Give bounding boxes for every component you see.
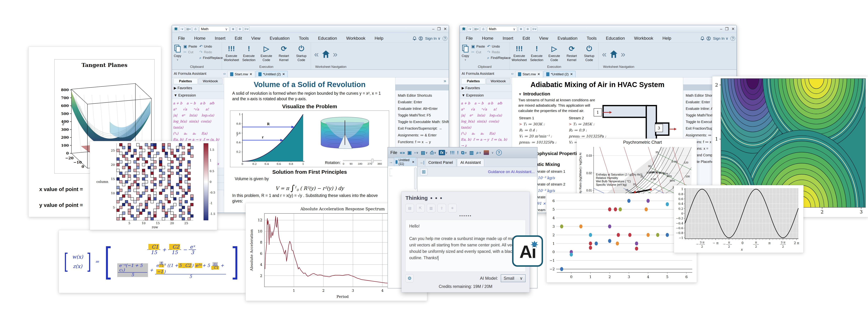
palette-section-favorites[interactable]: ▶ Favorites	[172, 84, 224, 92]
menu-item[interactable]: Education	[313, 34, 342, 42]
minimize-button[interactable]: –	[720, 27, 722, 31]
sign-in-button[interactable]: Sign In ∨	[713, 36, 728, 40]
new-icon[interactable]: ▫∨	[414, 150, 418, 156]
home-icon[interactable]	[321, 50, 331, 59]
forward-icon[interactable]: »	[621, 49, 625, 59]
new-document-icon[interactable]: ▫∨	[179, 27, 185, 31]
print-icon[interactable]: ⎙	[193, 27, 198, 31]
document-mode-select[interactable]: Math∨	[487, 26, 517, 32]
close-button[interactable]: ✕	[444, 27, 447, 31]
print-icon[interactable]: ⎙	[480, 27, 486, 31]
execution-button[interactable]: ⟳ RestartKernel	[276, 44, 291, 62]
menu-item[interactable]: File	[461, 34, 477, 42]
menu-item[interactable]: View	[534, 34, 553, 42]
new-document-icon[interactable]: ▫∨	[467, 27, 473, 31]
redo-button[interactable]: ↷Redo	[199, 50, 223, 54]
tab-startmw[interactable]: Start.mw✕	[227, 71, 255, 77]
execution-button[interactable]: !!! ExecuteWorksheet	[224, 44, 239, 62]
menu-item[interactable]: Home	[190, 34, 210, 42]
menu-item[interactable]: Insert	[498, 34, 518, 42]
help-icon[interactable]: ?	[496, 150, 502, 156]
tab-untitled-11[interactable]: Untitled (11)✕	[394, 157, 416, 167]
avatar-icon[interactable]	[484, 150, 489, 155]
insert-text-icon[interactable]: ▤	[405, 204, 414, 212]
forward-icon[interactable]: »	[333, 49, 338, 59]
menu-item[interactable]: Education	[601, 34, 629, 42]
rotation-slider[interactable]: 090180270360	[343, 160, 382, 165]
find-replace-button[interactable]: ⌕Find/Replace	[199, 56, 223, 60]
copy-icon[interactable]: ⧉∨	[461, 150, 467, 156]
file-menu[interactable]: File	[391, 150, 397, 155]
zoom-in-icon[interactable]: ⊕	[230, 27, 236, 31]
tab-close-icon[interactable]: ✕	[249, 72, 252, 76]
debug-icon[interactable]: ✳	[448, 204, 457, 212]
tab-ai-assistant[interactable]: AI Assistant	[457, 159, 484, 166]
zoom-reset-icon[interactable]: ⊙∨	[244, 27, 249, 31]
back-icon[interactable]: «	[602, 49, 607, 59]
open-icon[interactable]: ▤∨	[421, 150, 428, 156]
scrollbar[interactable]	[414, 167, 417, 189]
account-icon[interactable]	[418, 36, 423, 40]
menu-item[interactable]: Evaluation	[553, 34, 582, 42]
tab-untitled-2[interactable]: *Untitled (2)✕	[256, 71, 288, 77]
redo-button[interactable]: ↷Redo	[487, 50, 510, 54]
save-icon[interactable]: ⎙∨	[430, 150, 436, 156]
menu-item[interactable]: Tools	[582, 34, 601, 42]
palette-section-expression[interactable]: ▼ Expression	[172, 92, 224, 99]
execution-button[interactable]: ⏻ StartupCode	[294, 44, 309, 62]
account-icon[interactable]	[707, 36, 711, 40]
paste-icon[interactable]: ▥	[469, 150, 474, 156]
undo-button[interactable]: ↶Undo	[487, 44, 510, 49]
menu-item[interactable]: Insert	[210, 34, 230, 42]
tab-close-icon[interactable]: ✕	[570, 72, 573, 76]
execute-icon[interactable]: !	[457, 150, 459, 156]
zoom-reset-icon[interactable]: ⊙∨	[532, 27, 537, 31]
pin-icon[interactable]: ▣	[407, 150, 412, 156]
execution-button[interactable]: ▷ ExecuteCode	[547, 44, 562, 62]
copy-button[interactable]: Copy∨	[462, 44, 469, 61]
notifications-icon[interactable]	[412, 36, 416, 40]
cut-button[interactable]: ✂Cut	[183, 50, 197, 54]
menu-item[interactable]: Evaluation	[265, 34, 294, 42]
collapse-chevrons-icon[interactable]: «»	[400, 150, 405, 156]
tab-untitled-2[interactable]: *Untitled (2)✕	[544, 71, 576, 77]
menu-item[interactable]: File	[174, 34, 190, 42]
zoom-out-icon[interactable]: ⊖	[525, 27, 531, 31]
insert-lines-icon[interactable]: ▥	[427, 204, 435, 212]
tab-close-icon[interactable]: ✕	[537, 72, 540, 76]
tab-context-panel[interactable]: Context Panel	[425, 159, 456, 166]
find-replace-button[interactable]: ⌕Find/Replace	[487, 56, 510, 60]
ai-model-select[interactable]: Small∨	[501, 274, 526, 282]
menu-item[interactable]: Tools	[294, 34, 313, 42]
guidance-link[interactable]: Guidance on AI Assistant...	[488, 169, 535, 174]
section-introduction[interactable]: ▼Introduction	[518, 91, 683, 97]
tab-palettes[interactable]: Palettes	[461, 78, 486, 84]
dock-arrow-icon[interactable]: →	[389, 160, 393, 164]
menu-item[interactable]: Help	[658, 34, 676, 42]
save-icon[interactable]: ▤∨	[186, 27, 191, 31]
function-icon[interactable]: fx∨	[439, 150, 447, 155]
new-chat-button[interactable]: ⊞	[420, 168, 428, 175]
tab-close-icon[interactable]: ✕	[282, 72, 285, 76]
restore-button[interactable]: ❐	[437, 27, 441, 31]
zoom-out-icon[interactable]: ⊖	[237, 27, 243, 31]
copy-button[interactable]: Copy∨	[174, 44, 181, 61]
tab-workbook[interactable]: Workbook	[198, 78, 222, 84]
execution-button[interactable]: !!! ExecuteWorksheet	[512, 44, 527, 62]
panel-collapse-icon[interactable]: ‹›	[511, 72, 514, 76]
tab-close-icon[interactable]: ✕	[412, 160, 414, 164]
ai-formula-assistant-button[interactable]: AI Formula Assistant	[462, 72, 494, 76]
prompt-bubble[interactable]: Hello! Can you help me create a sunburst…	[405, 220, 526, 272]
execute-all-icon[interactable]: !!!	[450, 150, 455, 156]
back-icon[interactable]: «	[314, 49, 319, 59]
minimize-button[interactable]: –	[432, 27, 434, 31]
zoom-icon[interactable]: ⌕∨	[476, 150, 481, 156]
execution-button[interactable]: ⟳ RestartKernel	[564, 44, 579, 62]
palette-section-expression[interactable]: ▼ Expression	[460, 92, 512, 99]
undo-button[interactable]: ↶Undo	[199, 44, 223, 49]
menu-item[interactable]: Edit	[518, 34, 534, 42]
worksheet-volume[interactable]: Volume of a Solid of Revolution A solid …	[224, 77, 395, 213]
palette-section-favorites[interactable]: ▶ Favorites	[460, 84, 512, 92]
execution-button[interactable]: ! ExecuteSelection	[241, 44, 256, 62]
sign-in-button[interactable]: Sign In ∨	[425, 36, 440, 40]
